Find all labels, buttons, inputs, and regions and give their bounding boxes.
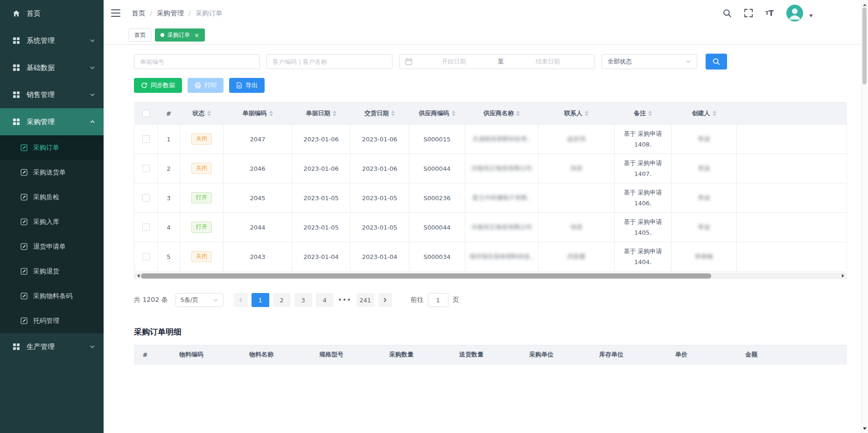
page-size-select[interactable]: 5条/页 [175, 293, 224, 307]
vertical-scrollbar[interactable] [861, 0, 868, 433]
table-row: 4打开20442023-01-052023-01-05S000044济南安正电缆… [134, 213, 847, 242]
cell-filler [737, 154, 847, 183]
column-header-supplier_code[interactable]: 供应商编码 [409, 103, 465, 125]
status-select-value: 全部状态 [608, 57, 632, 66]
end-date-input[interactable]: 结束日期 [507, 57, 589, 66]
start-date-input[interactable]: 开始日期 [413, 57, 495, 66]
sidebar-item-home[interactable]: 首页 [0, 0, 104, 27]
tab-home[interactable]: 首页 [129, 28, 151, 42]
prev-page-button[interactable] [234, 293, 248, 307]
column-header-creator[interactable]: 创建人 [672, 103, 737, 125]
scroll-right-arrow-icon[interactable] [840, 272, 847, 279]
sort-carets-icon[interactable] [585, 111, 588, 116]
row-checkbox[interactable] [142, 165, 150, 172]
detail-column-header-5: 送货数量 [436, 345, 506, 364]
cell-index: 3 [158, 183, 180, 213]
sidebar-item-purchase-qc[interactable]: 采购质检 [0, 185, 104, 210]
row-checkbox[interactable] [142, 253, 150, 260]
page-button-241[interactable]: 241 [357, 293, 374, 307]
sidebar-item-purchase-return[interactable]: 采购退货 [0, 259, 104, 284]
sort-carets-icon[interactable] [516, 111, 520, 116]
sort-carets-icon[interactable] [713, 111, 716, 116]
sidebar-item-base-data[interactable]: 基础数据 [0, 54, 104, 81]
content: 开始日期 至 结束日期 全部状态 同步数据 [104, 44, 868, 433]
page-button-3[interactable]: 3 [294, 293, 312, 307]
date-range-picker[interactable]: 开始日期 至 结束日期 [399, 54, 595, 69]
breadcrumb-item[interactable]: 采购管理 [157, 9, 184, 18]
scroll-left-arrow-icon[interactable] [134, 272, 140, 279]
column-header-status[interactable]: 状态 [180, 103, 224, 125]
sort-carets-icon[interactable] [207, 111, 211, 116]
page-button-4[interactable]: 4 [316, 293, 334, 307]
sidebar-item-label: 退货申请单 [33, 243, 66, 251]
search-button[interactable] [706, 54, 727, 70]
font-size-icon[interactable]: TT [765, 9, 774, 18]
caret-down-icon[interactable] [809, 14, 813, 19]
sidebar-item-purchase-order[interactable]: 采购订单 [0, 135, 104, 160]
sidebar-item-production[interactable]: 生产管理 [0, 333, 104, 360]
sidebar-item-sales[interactable]: 销售管理 [0, 81, 104, 108]
scroll-down-arrow-icon[interactable] [861, 426, 868, 433]
home-icon [12, 9, 21, 18]
search-icon[interactable] [723, 9, 732, 18]
cell-select [134, 183, 158, 213]
column-header-doc_no[interactable]: 单据编码 [224, 103, 292, 125]
cell-creator: 李波 [672, 183, 737, 213]
column-header-remark[interactable]: 备注 [615, 103, 672, 125]
page-button-1[interactable]: 1 [252, 293, 269, 307]
redacted-text: 张涛 [570, 223, 582, 230]
chevron-down-icon [90, 344, 95, 349]
scroll-up-arrow-icon[interactable] [861, 0, 868, 7]
breadcrumb-item[interactable]: 首页 [132, 9, 145, 18]
sidebar-item-pallet-code[interactable]: 托码管理 [0, 308, 104, 333]
sort-carets-icon[interactable] [333, 111, 336, 116]
sort-carets-icon[interactable] [452, 111, 455, 116]
row-checkbox[interactable] [142, 135, 150, 143]
avatar[interactable] [786, 5, 803, 21]
horizontal-scroll-thumb[interactable] [141, 273, 711, 279]
vertical-scroll-thumb[interactable] [862, 7, 867, 84]
row-checkbox[interactable] [142, 223, 150, 231]
cell-delivery_date: 2023-01-05 [350, 183, 409, 213]
print-button[interactable]: 打印 [188, 78, 224, 93]
sort-carets-icon[interactable] [269, 111, 273, 116]
sidebar-item-system[interactable]: 系统管理 [0, 27, 104, 54]
modules-icon [12, 342, 21, 351]
status-select[interactable]: 全部状态 [602, 54, 697, 69]
column-header-contact[interactable]: 联系人 [539, 103, 615, 125]
fullscreen-icon[interactable] [744, 9, 753, 17]
next-page-button[interactable] [378, 293, 392, 307]
page-button-2[interactable]: 2 [273, 293, 291, 307]
sidebar-item-return-request[interactable]: 退货申请单 [0, 234, 104, 259]
select-all-checkbox[interactable] [142, 110, 150, 117]
customer-input[interactable] [266, 54, 392, 69]
goto-page-input[interactable] [428, 293, 448, 307]
sync-data-button[interactable]: 同步数据 [134, 78, 182, 93]
pagination-ellipsis[interactable]: ••• [338, 297, 352, 303]
redacted-text: 李波 [698, 135, 710, 142]
close-icon[interactable]: × [194, 32, 199, 38]
refresh-icon [141, 82, 147, 89]
sidebar-collapse-icon[interactable] [111, 9, 120, 17]
button-label: 打印 [204, 81, 217, 90]
doc-no-input[interactable] [134, 54, 260, 69]
sort-carets-icon[interactable] [391, 111, 395, 116]
sort-carets-icon[interactable] [648, 111, 652, 116]
tab-purchase-order[interactable]: 采购订单× [155, 28, 205, 42]
row-checkbox[interactable] [142, 194, 150, 202]
export-button[interactable]: 导出 [229, 78, 265, 93]
sidebar-item-label: 采购物料条码 [33, 292, 72, 300]
column-header-supplier_name[interactable]: 供应商名称 [465, 103, 539, 125]
cell-index: 4 [158, 213, 180, 242]
sidebar-item-purchase-delivery[interactable]: 采购送货单 [0, 160, 104, 185]
sidebar-item-purchase[interactable]: 采购管理 [0, 108, 104, 135]
cell-contact [539, 183, 615, 213]
column-header-doc_date[interactable]: 单据日期 [292, 103, 350, 125]
detail-filler-column-header [786, 345, 847, 364]
column-header-delivery_date[interactable]: 交货日期 [350, 103, 409, 125]
horizontal-scrollbar[interactable] [134, 272, 847, 279]
submenu-purchase: 采购订单采购送货单采购质检采购入库退货申请单采购退货采购物料条码托码管理 [0, 135, 104, 333]
sidebar-item-purchase-inbound[interactable]: 采购入库 [0, 210, 104, 234]
cell-delivery_date: 2023-01-04 [350, 242, 409, 272]
sidebar-item-purchase-barcode[interactable]: 采购物料条码 [0, 284, 104, 308]
